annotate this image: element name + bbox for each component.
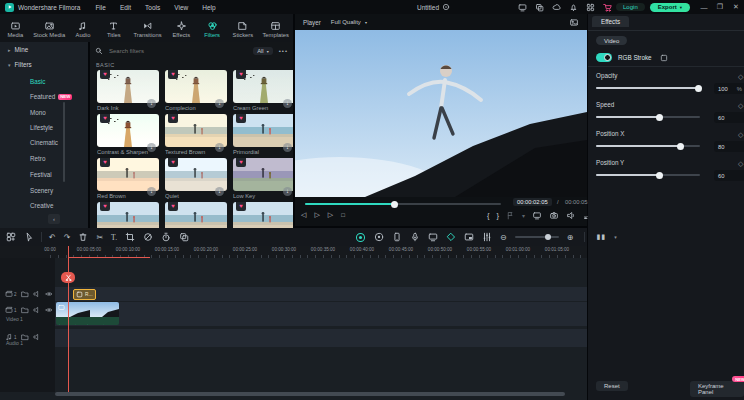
tab-titles[interactable]: Titles xyxy=(98,18,129,38)
download-icon[interactable]: ↓ xyxy=(283,99,292,108)
tab-effects[interactable]: Effects xyxy=(166,18,197,38)
sidebar-item-basic[interactable]: Basic xyxy=(30,78,45,85)
apps-grid-icon[interactable] xyxy=(586,3,595,12)
phone-import-icon[interactable] xyxy=(392,232,402,242)
sidebar-group-mine[interactable]: ▸Mine xyxy=(8,46,28,53)
filter-card[interactable]: ♥ xyxy=(233,202,293,228)
text-tool-icon[interactable]: T. xyxy=(111,233,117,242)
tab-stock-media[interactable]: Stock Media xyxy=(31,18,68,38)
track-lane-audio-1[interactable] xyxy=(55,329,587,347)
snapshot-camera-icon[interactable] xyxy=(549,211,559,220)
position-y-value[interactable]: 60 xyxy=(714,170,744,181)
download-icon[interactable]: ↓ xyxy=(147,99,156,108)
keyframe-diamond-icon[interactable]: ◇ xyxy=(738,102,743,110)
menu-edit[interactable]: Edit xyxy=(113,4,138,11)
delete-trash-icon[interactable] xyxy=(78,232,88,242)
effect-clip-selected[interactable]: R... xyxy=(73,289,96,300)
mark-in-button[interactable]: { xyxy=(487,211,490,220)
folder-icon[interactable] xyxy=(21,306,29,314)
sidebar-item-featured[interactable]: FeaturedNEW xyxy=(30,93,72,100)
tab-audio[interactable]: Audio xyxy=(68,18,99,38)
marker-dropdown-icon[interactable]: ▾ xyxy=(522,212,525,219)
favorite-heart-icon[interactable]: ♥ xyxy=(100,70,110,79)
microphone-icon[interactable] xyxy=(410,232,420,242)
slider-knob[interactable] xyxy=(695,85,702,92)
position-x-value[interactable]: 80 xyxy=(714,141,744,152)
track-lane-video-1[interactable] xyxy=(55,302,587,326)
zoom-in-icon[interactable]: ⊕ xyxy=(567,233,574,242)
sidebar-group-filters[interactable]: ▾Filters xyxy=(8,61,32,68)
opacity-value[interactable]: 100% xyxy=(714,83,744,94)
slider-knob[interactable] xyxy=(656,114,663,121)
mask-icon[interactable] xyxy=(143,232,153,242)
subtab-video[interactable]: Video xyxy=(596,36,627,45)
record-button-icon[interactable] xyxy=(355,232,366,243)
favorite-heart-icon[interactable]: ♥ xyxy=(168,202,178,211)
marker-icon[interactable] xyxy=(506,211,515,220)
tab-filters[interactable]: Filters xyxy=(197,18,228,38)
eye-visibility-icon[interactable] xyxy=(45,290,53,298)
sidebar-collapse-button[interactable]: ‹ xyxy=(48,214,60,224)
sidebar-item-mono[interactable]: Mono xyxy=(30,109,46,116)
opacity-slider[interactable]: 100% ◇ xyxy=(596,87,700,89)
stop-button[interactable]: □ xyxy=(341,212,345,218)
screen-record-icon[interactable] xyxy=(428,232,438,242)
menu-help[interactable]: Help xyxy=(195,4,222,11)
filter-card[interactable]: ♥ xyxy=(97,202,159,228)
download-icon[interactable]: ↓ xyxy=(215,99,224,108)
speed-timer-icon[interactable] xyxy=(161,232,171,242)
filter-card[interactable]: ♥↓Textured Brown xyxy=(165,114,227,155)
project-info-icon[interactable] xyxy=(442,3,450,11)
download-icon[interactable]: ↓ xyxy=(283,143,292,152)
login-button[interactable]: Login xyxy=(616,3,645,11)
download-icon[interactable]: ↓ xyxy=(215,143,224,152)
export-button[interactable]: Export▾ xyxy=(650,3,690,12)
slider-knob[interactable] xyxy=(656,172,663,179)
tab-media[interactable]: Media xyxy=(0,18,31,38)
sidebar-item-festival[interactable]: Festival xyxy=(30,171,52,178)
audio-mixer-icon[interactable] xyxy=(482,232,492,242)
sidebar-item-cinematic[interactable]: Cinematic xyxy=(30,139,58,146)
favorite-heart-icon[interactable]: ♥ xyxy=(236,158,246,167)
menu-view[interactable]: View xyxy=(167,4,195,11)
sidebar-scrollbar[interactable] xyxy=(63,102,65,182)
search-bar[interactable]: All▾ ••• xyxy=(95,45,288,57)
download-icon[interactable]: ↓ xyxy=(283,187,292,196)
video-clip[interactable] xyxy=(56,302,119,325)
track-lane-video-2[interactable] xyxy=(55,287,587,301)
download-icon[interactable]: ↓ xyxy=(215,187,224,196)
tab-transitions[interactable]: Transitions xyxy=(129,18,166,38)
favorite-heart-icon[interactable]: ♥ xyxy=(100,114,110,123)
mute-speaker-icon[interactable] xyxy=(33,333,41,341)
filter-card[interactable]: ♥↓Primordial xyxy=(233,114,293,155)
folder-icon[interactable] xyxy=(21,290,29,298)
favorite-heart-icon[interactable]: ♥ xyxy=(168,158,178,167)
keyframe-diamond-icon[interactable]: ◇ xyxy=(738,160,743,168)
next-frame-button[interactable]: ▷ xyxy=(328,211,333,219)
favorite-heart-icon[interactable]: ♥ xyxy=(168,70,178,79)
favorite-heart-icon[interactable]: ♥ xyxy=(168,114,178,123)
tab-effects-panel[interactable]: Effects xyxy=(592,16,629,27)
filter-card[interactable]: ♥↓Complecion xyxy=(165,70,227,111)
track-height-icon[interactable]: ▮▮ xyxy=(596,233,606,241)
scope-dropdown[interactable]: All▾ xyxy=(253,47,272,55)
cloud-upload-icon[interactable] xyxy=(552,3,561,12)
tab-stickers[interactable]: Stickers xyxy=(227,18,258,38)
seek-bar[interactable] xyxy=(305,203,501,205)
copy-project-icon[interactable] xyxy=(535,3,544,12)
pointer-tool-icon[interactable] xyxy=(24,232,34,242)
keyframe-diamond-icon[interactable]: ◇ xyxy=(738,131,743,139)
voiceover-icon[interactable] xyxy=(374,232,384,242)
filter-card[interactable]: ♥↓Cream Green xyxy=(233,70,293,111)
display-mode-icon[interactable] xyxy=(518,3,527,12)
speed-slider[interactable]: 60 ◇ xyxy=(596,116,700,118)
reset-button[interactable]: Reset xyxy=(596,381,628,391)
filter-card[interactable]: ♥ xyxy=(165,202,227,228)
filter-card[interactable]: ♥↓Quiet xyxy=(165,158,227,199)
mute-speaker-icon[interactable] xyxy=(33,290,41,298)
undo-icon[interactable]: ↶ xyxy=(49,233,56,242)
zoom-out-icon[interactable]: ⊖ xyxy=(500,233,507,242)
position-x-slider[interactable]: 80 ◇ xyxy=(596,145,700,147)
play-button[interactable]: ▷ xyxy=(314,211,319,219)
redo-icon[interactable]: ↷ xyxy=(64,233,71,242)
